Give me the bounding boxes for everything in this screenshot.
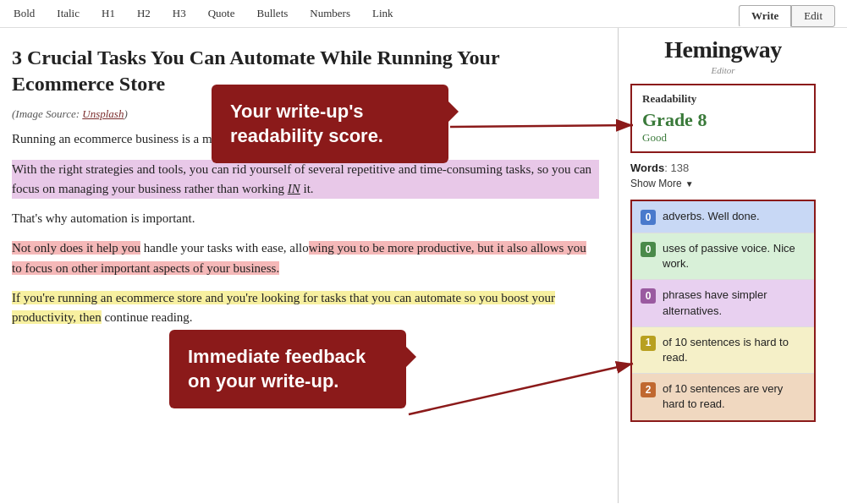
annotation-feedback: Immediate feedback on your write-up. — [169, 330, 406, 408]
feedback-text-0: adverbs. Well done. — [663, 209, 760, 224]
annotation-readability: Your write-up's readability score. — [212, 85, 448, 163]
show-more-button[interactable]: Show More — [630, 178, 694, 189]
paragraph-4: Not only does it help you handle your ta… — [12, 238, 599, 278]
feedback-item-2: 0phrases have simpler alternatives. — [632, 280, 814, 326]
feedback-badge-1: 0 — [641, 242, 656, 257]
write-edit-toggle: Write Edit — [739, 5, 835, 27]
para5-highlighted: If you're running an ecommerce store and… — [12, 291, 555, 324]
h1-button[interactable]: H1 — [98, 5, 118, 22]
readability-grade: Grade 8 — [642, 109, 804, 131]
paragraph-3: That's why automation is important. — [12, 209, 599, 228]
link-button[interactable]: Link — [369, 5, 397, 22]
feedback-text-1: uses of passive voice. Nice work. — [663, 241, 806, 271]
paragraph-5: If you're running an ecommerce store and… — [12, 288, 599, 328]
para4-highlighted: Not only does it help you — [12, 241, 140, 255]
hemingway-title: Hemingway — [630, 36, 816, 63]
feedback-badge-3: 1 — [641, 336, 656, 351]
feedback-text-2: phrases have simpler alternatives. — [663, 288, 806, 318]
h2-button[interactable]: H2 — [134, 5, 154, 22]
feedback-badge-2: 0 — [641, 288, 656, 304]
hemingway-subtitle: Editor — [630, 65, 816, 75]
toolbar: Bold Italic H1 H2 H3 Quote Bullets Numbe… — [0, 0, 847, 28]
in-word: IN — [288, 182, 300, 195]
paragraph-2: With the right strategies and tools, you… — [12, 160, 599, 200]
quote-button[interactable]: Quote — [205, 5, 239, 22]
write-button[interactable]: Write — [739, 5, 791, 27]
feedback-badge-0: 0 — [641, 210, 656, 225]
feedback-item-1: 0uses of passive voice. Nice work. — [632, 233, 814, 280]
unsplash-link[interactable]: Unsplash — [82, 107, 124, 120]
italic-button[interactable]: Italic — [53, 5, 83, 22]
words-line: Words: 138 — [630, 162, 816, 174]
feedback-item-4: 2of 10 sentences are very hard to read. — [632, 374, 814, 419]
readability-label: Readability — [642, 92, 804, 106]
feedback-panel: 0adverbs. Well done.0uses of passive voi… — [630, 200, 816, 422]
bold-button[interactable]: Bold — [10, 5, 38, 22]
edit-button[interactable]: Edit — [791, 5, 835, 27]
words-count: 138 — [670, 162, 689, 174]
h3-button[interactable]: H3 — [169, 5, 190, 22]
readability-box: Readability Grade 8 Good — [630, 84, 816, 153]
numbers-button[interactable]: Numbers — [306, 5, 354, 22]
feedback-text-4: of 10 sentences are very hard to read. — [663, 381, 806, 412]
bullets-button[interactable]: Bullets — [253, 5, 291, 22]
words-label: Words — [630, 162, 664, 174]
feedback-item-3: 1of 10 sentences is hard to read. — [632, 327, 814, 374]
feedback-badge-4: 2 — [641, 382, 656, 397]
sidebar: Hemingway Editor Readability Grade 8 Goo… — [618, 28, 828, 503]
readability-status: Good — [642, 131, 804, 145]
feedback-text-3: of 10 sentences is hard to read. — [663, 335, 806, 365]
feedback-item-0: 0adverbs. Well done. — [632, 201, 814, 233]
